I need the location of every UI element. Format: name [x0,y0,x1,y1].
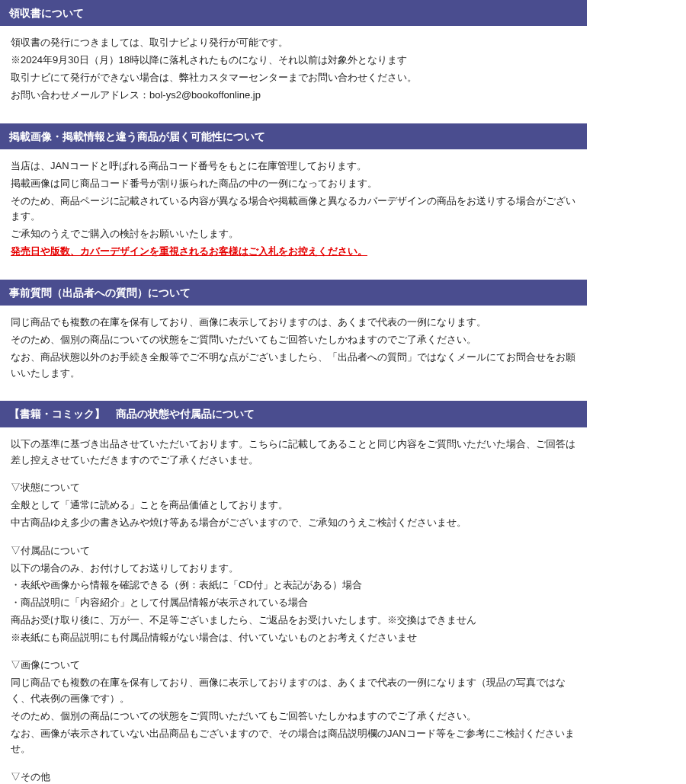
text-line: 商品お受け取り後に、万が一、不足等ございましたら、ご返品をお受けいたします。※交… [11,613,576,629]
subheading-condition: ▽状態について [11,480,576,496]
section-image-diff: 掲載画像・掲載情報と違う商品が届く可能性について 当店は、JANコードと呼ばれる… [0,123,587,270]
section-header-pre-question: 事前質問（出品者への質問）について [0,280,587,306]
text-line: そのため、個別の商品についての状態をご質問いただいてもご回答いたしかねますのでご… [11,709,576,725]
text-line: 同じ商品でも複数の在庫を保有しており、画像に表示しておりますのは、あくまで代表の… [11,315,576,331]
text-line: ・商品説明に「内容紹介」として付属品情報が表示されている場合 [11,595,576,611]
section-header-image-diff: 掲載画像・掲載情報と違う商品が届く可能性について [0,123,587,149]
text-line: 掲載画像は同じ商品コード番号が割り振られた商品の中の一例になっております。 [11,176,576,192]
text-line: ・表紙や画像から情報を確認できる（例：表紙に「CD付」と表記がある）場合 [11,578,576,594]
subheading-other: ▽その他 [11,770,576,784]
text-line: なお、画像が表示されていない出品商品もございますので、その場合は商品説明欄のJA… [11,726,576,758]
text-line: 中古商品ゆえ多少の書き込みや焼け等ある場合がございますので、ご承知のうえご検討く… [11,515,576,531]
section-header-receipt: 領収書について [0,0,587,26]
section-pre-question: 事前質問（出品者への質問）について 同じ商品でも複数の在庫を保有しており、画像に… [0,280,587,392]
subheading-images: ▽画像について [11,658,576,674]
text-line: 以下の場合のみ、お付けしてお送りしております。 [11,561,576,577]
text-line: ※表紙にも商品説明にも付属品情報がない場合は、付いていないものとお考えくださいま… [11,630,576,646]
section-receipt: 領収書について 領収書の発行につきましては、取引ナビより発行が可能です。 ※20… [0,0,587,114]
text-line: 取引ナビにて発行ができない場合は、弊社カスタマーセンターまでお問い合わせください… [11,70,576,86]
section-body-receipt: 領収書の発行につきましては、取引ナビより発行が可能です。 ※2024年9月30日… [0,26,587,114]
text-line: ※2024年9月30日（月）18時以降に落札されたものになり、それ以前は対象外と… [11,53,576,69]
text-line: 領収書の発行につきましては、取引ナビより発行が可能です。 [11,35,576,51]
subheading-accessories: ▽付属品について [11,543,576,559]
section-books-comics: 【書籍・コミック】 商品の状態や付属品について 以下の基準に基づき出品させていた… [0,401,587,784]
text-line: ご承知のうえでご購入の検討をお願いいたします。 [11,226,576,242]
section-body-image-diff: 当店は、JANコードと呼ばれる商品コード番号をもとに在庫管理しております。 掲載… [0,149,587,270]
warning-text-red: 発売日や版数、カバーデザインを重視されるお客様はご入札をお控えください。 [11,244,576,260]
section-body-books-comics: 以下の基準に基づき出品させていただいております。こちらに記載してあることと同じ内… [0,427,587,784]
text-line: お問い合わせメールアドレス：bol-ys2@bookoffonline.jp [11,88,576,104]
section-header-books-comics: 【書籍・コミック】 商品の状態や付属品について [0,401,587,427]
text-line: 当店は、JANコードと呼ばれる商品コード番号をもとに在庫管理しております。 [11,158,576,174]
text-line: そのため、個別の商品についての状態をご質問いただいてもご回答いたしかねますのでご… [11,332,576,348]
text-line: 全般として「通常に読める」ことを商品価値としております。 [11,498,576,514]
text-line: 同じ商品でも複数の在庫を保有しており、画像に表示しておりますのは、あくまで代表の… [11,675,576,707]
text-line: なお、商品状態以外のお手続き全般等でご不明な点がございましたら、「出品者への質問… [11,350,576,382]
section-body-pre-question: 同じ商品でも複数の在庫を保有しており、画像に表示しておりますのは、あくまで代表の… [0,306,587,392]
text-line: そのため、商品ページに記載されている内容が異なる場合や掲載画像と異なるカバーデザ… [11,194,576,226]
text-intro: 以下の基準に基づき出品させていただいております。こちらに記載してあることと同じ内… [11,437,576,469]
